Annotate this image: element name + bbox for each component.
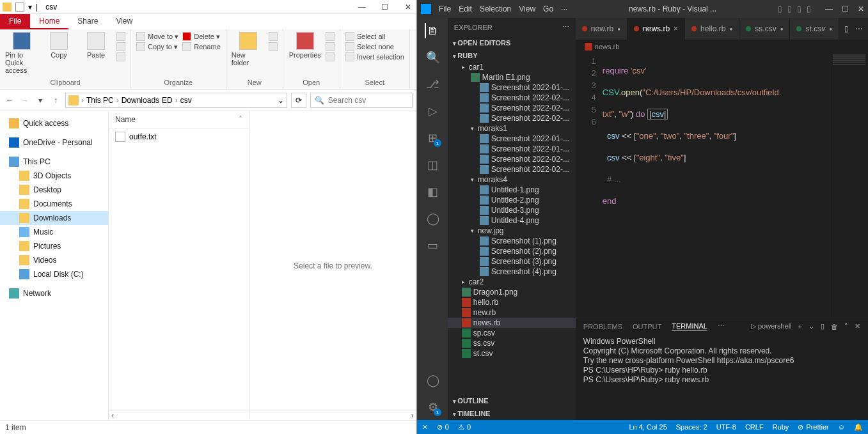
search-input[interactable]: 🔍 Search csv [310,93,413,108]
terminal-dropdown-icon[interactable]: ⌄ [809,322,814,330]
editor-tab[interactable]: ss.csv● [739,18,790,40]
activity-settings-icon[interactable]: ⚙1 [425,399,440,415]
pin-to-quick-access-button[interactable]: Pin to Quick access [5,32,38,74]
close-tab-icon[interactable]: × [674,24,678,33]
tree-file[interactable]: Screenshot 2022-02-... [448,113,576,123]
tree-folder[interactable]: new.jpg [448,226,576,236]
minimize-button[interactable]: — [825,4,833,13]
tree-file[interactable]: Untitled-3.png [448,205,576,215]
tab-share[interactable]: Share [68,14,107,29]
nav-videos[interactable]: Videos [0,253,108,267]
tree-file[interactable]: Screenshot (1).png [448,236,576,246]
section-timeline[interactable]: TIMELINE [448,408,576,419]
nav-downloads[interactable]: Downloads [0,211,108,225]
editor-tab[interactable]: hello.rb● [685,18,739,40]
column-header-name[interactable]: Name˄ [109,111,249,128]
indentation[interactable]: Spaces: 2 [676,423,707,431]
tree-file[interactable]: Untitled-1.png [448,185,576,195]
horizontal-scrollbar[interactable]: ‹› [109,410,416,420]
activity-search-icon[interactable]: 🔍 [425,50,440,65]
menu-view[interactable]: View [519,4,535,13]
tree-file[interactable]: ss.csv [448,338,576,348]
new-terminal-button[interactable]: + [798,323,802,330]
crumb-downloads[interactable]: Downloads [122,96,159,105]
section-open-editors[interactable]: OPEN EDITORS [448,38,576,48]
section-root[interactable]: RUBY [448,50,576,61]
invert-selection-button[interactable]: Invert selection [345,52,404,61]
encoding[interactable]: UTF-8 [716,423,736,431]
tree-file[interactable]: Untitled-4.png [448,215,576,226]
tab-output[interactable]: OUTPUT [633,323,661,330]
new-folder-button[interactable]: New folder [232,32,265,66]
recent-button[interactable]: ▾ [35,95,46,106]
move-to-button[interactable]: Move to ▾ [136,32,178,41]
tree-file[interactable]: Screenshot (2).png [448,246,576,256]
layout-icon[interactable]: ▯ [797,4,801,13]
language-mode[interactable]: Ruby [773,423,789,431]
forward-button[interactable]: → [19,95,31,106]
refresh-button[interactable]: ⟳ [291,93,306,108]
nav-music[interactable]: Music [0,225,108,239]
tree-file[interactable]: Screenshot 2022-01-... [448,144,576,154]
more-icon[interactable]: ⋯ [562,23,569,31]
editor-tab[interactable]: st.csv● [790,18,839,40]
cut-button[interactable] [116,32,125,41]
activity-debug-icon[interactable]: ▷ [425,104,440,119]
nav-quick-access[interactable]: Quick access [0,116,108,130]
minimize-button[interactable]: — [356,3,368,12]
crumb-folder[interactable]: csv [180,96,192,105]
rename-button[interactable]: Rename [182,42,221,51]
tab-file[interactable]: File [0,14,30,29]
activity-account-icon[interactable]: ◯ [425,373,440,388]
activity-github-icon[interactable]: ◯ [425,211,440,226]
menu-edit[interactable]: Edit [459,4,472,13]
remote-indicator[interactable]: ⨯ [422,423,428,431]
dropdown-icon[interactable]: ▾ [28,3,32,12]
cursor-position[interactable]: Ln 4, Col 25 [629,423,667,431]
minimap[interactable] [830,54,868,318]
tab-terminal[interactable]: TERMINAL [672,322,707,330]
dropdown-icon[interactable]: ⌄ [278,96,284,105]
feedback-icon[interactable]: ☺ [838,423,845,431]
code-editor[interactable]: 123456 require 'csv' CSV.open("C:/Users/… [576,54,868,318]
tree-file[interactable]: Screenshot 2022-02-... [448,103,576,113]
tree-file[interactable]: Screenshot 2022-01-... [448,82,576,93]
menu-more[interactable]: ··· [561,4,567,13]
tree-folder[interactable]: car1 [448,62,576,72]
code-body[interactable]: require 'csv' CSV.open("C:/Users/HP/Down… [603,54,868,318]
editor-tab[interactable]: news.rb× [627,18,685,40]
activity-bookmark-icon[interactable]: ▭ [425,238,440,253]
activity-remote-icon[interactable]: ◫ [425,157,440,173]
nav-desktop[interactable]: Desktop [0,183,108,197]
tree-file[interactable]: new.rb [448,307,576,318]
layout-icon[interactable]: ▯ [778,4,782,13]
activity-extensions-icon[interactable]: ⊞1 [425,130,440,146]
easy-access-button[interactable] [269,42,278,51]
more-actions-icon[interactable]: ⋯ [855,24,863,33]
copy-button[interactable]: Copy [42,32,75,59]
split-terminal-icon[interactable]: ▯ [821,322,825,330]
tree-file[interactable]: st.csv [448,348,576,359]
up-button[interactable]: ↑ [50,95,61,106]
tree-file[interactable]: Screenshot 2022-01-... [448,134,576,144]
maximize-button[interactable]: ☐ [842,4,849,13]
edit-button[interactable] [326,42,335,51]
nav-onedrive[interactable]: OneDrive - Personal [0,136,108,150]
new-item-button[interactable] [269,32,278,41]
layout-icon[interactable]: ▯ [787,4,792,13]
paste-button[interactable]: Paste [79,32,113,59]
maximize-panel-icon[interactable]: ˄ [844,322,848,330]
activity-explorer-icon[interactable]: 🗎 [425,23,440,38]
tab-problems[interactable]: PROBLEMS [583,323,622,330]
breadcrumb[interactable]: › This PC › DownloadsED › csv ⌄ [65,93,287,108]
tree-folder[interactable]: moraks1 [448,123,576,134]
copy-path-button[interactable] [116,42,125,51]
maximize-button[interactable]: ☐ [379,3,391,12]
back-button[interactable]: ← [4,95,15,106]
errors-indicator[interactable]: ⊘ 0 [437,423,449,431]
select-none-button[interactable]: Select none [345,42,404,51]
tree-file[interactable]: news.rb [448,318,576,328]
tree-file[interactable]: Martin E1.png [448,72,576,82]
terminal-body[interactable]: Windows PowerShellCopyright (C) Microsof… [576,334,868,420]
close-panel-icon[interactable]: ✕ [855,322,860,330]
